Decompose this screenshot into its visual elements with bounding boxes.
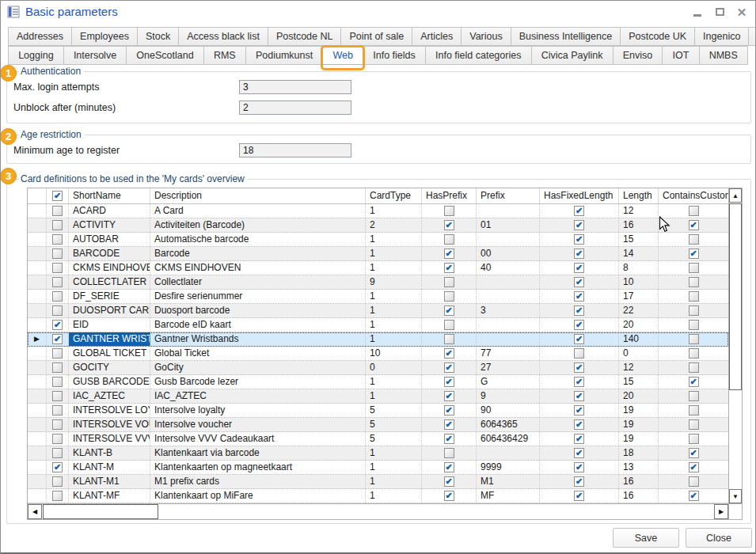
table-row-intersolve-loyalty[interactable]: INTERSOLVE LOYALTYIntersolve loyalty5✔90… (28, 404, 728, 418)
row-select-cell[interactable] (47, 446, 69, 460)
cell-containscustomer[interactable]: ✔ (659, 489, 728, 503)
cell-shortname[interactable]: BARCODE (69, 247, 150, 260)
cell-containscustomer[interactable] (659, 318, 728, 332)
row-select-cell[interactable]: ✔ (47, 461, 69, 474)
cell-length[interactable]: 8 (619, 261, 659, 275)
checkbox-unchecked[interactable] (574, 348, 584, 359)
table-row-iac-aztec[interactable]: IAC_AZTECIAC_AZTEC1✔9✔20 (28, 389, 728, 404)
cell-containscustomer[interactable] (659, 475, 728, 488)
checkbox-checked[interactable]: ✔ (574, 377, 584, 387)
header-select-all[interactable]: ✔ (47, 188, 69, 203)
cell-containscustomer[interactable]: ✔ (659, 446, 728, 460)
checkbox-unchecked[interactable] (52, 491, 63, 501)
column-header-hasfixedlength[interactable]: HasFixedLength (540, 188, 619, 203)
cell-length[interactable]: 15 (619, 233, 659, 246)
cell-description[interactable]: Automatische barcode (150, 233, 366, 246)
cell-cardtype[interactable]: 1 (366, 247, 422, 260)
cell-description[interactable]: Intersolve VVV Cadeaukaart (150, 432, 366, 446)
cell-description[interactable]: IAC_AZTEC (150, 389, 366, 403)
cell-cardtype[interactable]: 1 (366, 290, 422, 303)
cell-prefix[interactable]: 40 (477, 261, 540, 275)
cell-hasprefix[interactable]: ✔ (422, 375, 477, 389)
cell-hasprefix[interactable]: ✔ (422, 218, 477, 232)
cell-shortname[interactable]: IAC_AZTEC (69, 389, 150, 403)
cell-cardtype[interactable]: 1 (366, 233, 422, 246)
checkbox-checked[interactable]: ✔ (574, 291, 584, 302)
cell-containscustomer[interactable] (659, 290, 728, 303)
vertical-scrollbar[interactable]: ▲ ▼ (729, 188, 742, 503)
save-button[interactable]: Save (613, 528, 679, 548)
cell-shortname[interactable]: INTERSOLVE LOYALTY (69, 404, 150, 417)
cell-description[interactable]: Intersolve loyalty (150, 404, 366, 417)
cell-hasprefix[interactable] (422, 275, 477, 289)
table-row-duosport-card[interactable]: DUOSPORT CARDDuosport barcode1✔3✔22 (28, 304, 728, 318)
table-row-activity[interactable]: ACTIVITYActiviteiten (Barcode)2✔01✔16✔ (28, 218, 728, 233)
cell-length[interactable]: 12 (619, 204, 659, 218)
row-select-cell[interactable] (47, 432, 69, 446)
cell-hasprefix[interactable]: ✔ (422, 432, 477, 446)
checkbox-checked[interactable]: ✔ (444, 377, 454, 387)
table-row-klant-b[interactable]: KLANT-BKlantenkaart via barcode1✔18✔ (28, 446, 728, 461)
cell-length[interactable]: 16 (619, 218, 659, 232)
cell-description[interactable]: GoCity (150, 361, 366, 374)
cell-cardtype[interactable]: 1 (366, 318, 422, 332)
unblock-after-input[interactable] (239, 101, 351, 115)
cell-cardtype[interactable]: 1 (366, 332, 422, 346)
cell-prefix[interactable]: 27 (477, 361, 540, 374)
row-select-cell[interactable]: ✔ (47, 318, 69, 332)
checkbox-checked[interactable]: ✔ (574, 206, 584, 216)
cell-hasprefix[interactable]: ✔ (422, 404, 477, 417)
cell-hasprefix[interactable]: ✔ (422, 475, 477, 488)
row-select-cell[interactable]: ✔ (47, 332, 69, 346)
table-row-eid[interactable]: ✔EIDBarcode eID kaart1✔20 (28, 318, 728, 332)
cell-cardtype[interactable]: 9 (366, 275, 422, 289)
cell-prefix[interactable]: M1 (477, 475, 540, 488)
cell-description[interactable]: Klantenkaarten op magneetkaart (150, 461, 366, 474)
cell-hasprefix[interactable] (422, 318, 477, 332)
cell-cardtype[interactable]: 1 (366, 389, 422, 403)
column-header-containscustome[interactable]: ContainsCustome (659, 188, 728, 203)
cell-hasprefix[interactable] (422, 204, 477, 218)
checkbox-checked[interactable]: ✔ (444, 305, 454, 316)
cell-hasprefix[interactable] (422, 332, 477, 346)
tab-enviso[interactable]: Enviso (613, 46, 663, 65)
tab-employees[interactable]: Employees (71, 27, 138, 46)
checkbox-checked[interactable]: ✔ (444, 263, 454, 273)
table-row-intersolve-voucher[interactable]: INTERSOLVE VOUCHERIntersolve voucher5✔60… (28, 418, 728, 432)
checkbox-unchecked[interactable] (444, 334, 454, 344)
table-row-klant-m[interactable]: ✔KLANT-MKlantenkaarten op magneetkaart1✔… (28, 461, 728, 475)
table-row-barcode[interactable]: BARCODEBarcode1✔00✔14✔ (28, 247, 728, 261)
checkbox-checked[interactable]: ✔ (52, 320, 63, 330)
cell-containscustomer[interactable] (659, 347, 728, 360)
cell-containscustomer[interactable] (659, 404, 728, 417)
cell-description[interactable]: Activiteiten (Barcode) (150, 218, 366, 232)
column-header-hasprefix[interactable]: HasPrefix (422, 188, 477, 203)
column-header-length[interactable]: Length (619, 188, 659, 203)
tab-nmbs[interactable]: NMBS (699, 46, 748, 65)
cell-shortname[interactable]: INTERSOLVE VVV (69, 432, 150, 446)
cell-cardtype[interactable]: 2 (366, 218, 422, 232)
checkbox-unchecked[interactable] (52, 419, 63, 430)
checkbox-unchecked[interactable] (689, 277, 699, 287)
horizontal-scrollbar-thumb[interactable] (43, 504, 158, 519)
cell-hasfixedlength[interactable]: ✔ (540, 489, 619, 503)
horizontal-scrollbar[interactable]: ◀ ▶ (28, 503, 728, 519)
tab-postcode-nl[interactable]: Postcode NL (268, 27, 342, 46)
column-header-description[interactable]: Description (150, 188, 366, 203)
checkbox-checked[interactable]: ✔ (52, 191, 63, 201)
checkbox-unchecked[interactable] (52, 249, 63, 259)
cell-prefix[interactable]: MF (477, 489, 540, 503)
row-select-cell[interactable] (47, 418, 69, 431)
row-select-cell[interactable] (47, 275, 69, 289)
checkbox-unchecked[interactable] (52, 305, 63, 316)
cell-containscustomer[interactable] (659, 233, 728, 246)
checkbox-unchecked[interactable] (689, 405, 699, 416)
row-select-cell[interactable] (47, 361, 69, 374)
checkbox-unchecked[interactable] (52, 234, 63, 245)
cell-description[interactable]: M1 prefix cards (150, 475, 366, 488)
cell-length[interactable]: 20 (619, 318, 659, 332)
cell-shortname[interactable]: KLANT-B (69, 446, 150, 460)
checkbox-checked[interactable]: ✔ (444, 491, 454, 501)
cell-hasfixedlength[interactable]: ✔ (540, 275, 619, 289)
cell-length[interactable]: 15 (619, 375, 659, 389)
